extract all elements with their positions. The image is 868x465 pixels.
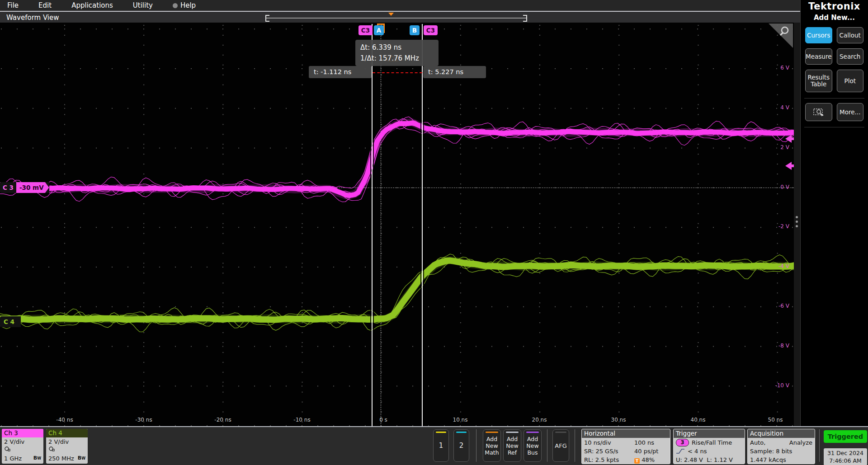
ch4-scale: 2 V/div xyxy=(48,438,85,446)
ch3-scale: 2 V/div xyxy=(4,438,41,446)
cursor-b-badge[interactable]: B xyxy=(410,25,420,35)
x-axis-label: 0 s xyxy=(379,417,387,423)
cursor-b-source-badge[interactable]: C3 xyxy=(424,25,438,35)
waveform-canvas xyxy=(0,23,794,426)
add-new-header: Add New... xyxy=(801,14,868,22)
ch3-badge-title: Ch 3 xyxy=(2,429,43,437)
inverse-delta-t-value: 1/Δt: 157.76 MHz xyxy=(360,53,434,64)
more-button[interactable]: More... xyxy=(837,103,864,121)
divider xyxy=(819,429,820,462)
ch4-badge[interactable]: Ch 4 2 V/div 250 MHz BW xyxy=(46,429,88,464)
menu-applications[interactable]: Applications xyxy=(71,1,113,9)
divider xyxy=(575,429,575,462)
search-button[interactable]: Search xyxy=(837,48,864,65)
probe-icon xyxy=(48,446,55,452)
y-axis-label: -4 V xyxy=(764,263,789,269)
trigger-lower-level-arrow-icon[interactable] xyxy=(785,162,792,170)
acquisition-sample: Sample: 8 bits xyxy=(750,447,812,456)
tab-waveform-view[interactable]: Waveform View xyxy=(6,14,59,22)
trigger-arrow-icon xyxy=(388,13,394,16)
drag-handle-icon xyxy=(796,216,798,227)
x-axis-label: -30 ns xyxy=(135,417,152,423)
ruler-left-bracket xyxy=(265,15,269,22)
trigger-upper-level-arrow-icon[interactable] xyxy=(785,135,792,143)
cursor-delta-link-line xyxy=(373,72,422,73)
menu-edit[interactable]: Edit xyxy=(38,1,52,9)
plot-button[interactable]: Plot xyxy=(837,70,864,92)
ch1-button[interactable]: 1 xyxy=(433,429,449,462)
brand-logo: Tektronix xyxy=(801,1,868,12)
trigger-panel[interactable]: Trigger 3 Rise/Fall Time < 4 ns U: 2.48 … xyxy=(673,429,745,464)
trigger-position-marker[interactable]: T xyxy=(387,13,395,16)
menu-file[interactable]: File xyxy=(7,1,19,9)
cursors-button[interactable]: Cursors xyxy=(805,27,832,43)
zoom-select-button[interactable] xyxy=(805,103,832,121)
bandwidth-limit-icon: BW xyxy=(78,454,85,463)
callout-button[interactable]: Callout xyxy=(837,27,864,43)
trigger-status-badge: Triggered xyxy=(824,430,867,443)
bandwidth-limit-icon: BW xyxy=(33,454,41,463)
y-axis-label: -2 V xyxy=(764,223,789,230)
measure-button[interactable]: Measure xyxy=(805,48,832,65)
time-value: 7:46:06 AM xyxy=(824,457,867,465)
ruler-line xyxy=(266,18,526,19)
y-axis-label: -8 V xyxy=(764,343,789,349)
ch3-badge[interactable]: Ch 3 2 V/div 1 GHz BW xyxy=(2,429,43,464)
cursor-a-source-badge[interactable]: C3 xyxy=(359,25,373,35)
x-axis-label: 40 ns xyxy=(691,417,706,423)
ch4-position-handle[interactable]: C 4 xyxy=(0,316,21,327)
ch2-button[interactable]: 2 xyxy=(453,429,469,462)
horizontal-panel[interactable]: Horizontal 10 ns/div 100 ns SR: 25 GS/s … xyxy=(581,429,670,464)
cursor-b-line[interactable] xyxy=(422,24,423,426)
sample-rate: SR: 25 GS/s xyxy=(584,447,634,456)
acquisition-panel[interactable]: Acquisition Auto, Analyze Sample: 8 bits… xyxy=(747,429,815,464)
add-new-math-button[interactable]: Add New Math xyxy=(483,429,501,462)
acquisition-count: 1.447 kAcqs xyxy=(750,456,812,464)
ch4-badge-title: Ch 4 xyxy=(46,429,88,437)
ruler-right-bracket xyxy=(523,15,527,22)
horizontal-scale: 10 ns/div xyxy=(584,438,634,447)
zoom-select-icon xyxy=(813,108,825,117)
trigger-source-badge: 3 xyxy=(676,439,689,446)
horizontal-pan-ruler[interactable]: T xyxy=(265,15,527,22)
x-axis-label: 20 ns xyxy=(532,417,547,423)
delta-t-value: Δt: 6.339 ns xyxy=(360,42,434,53)
help-status-icon xyxy=(173,3,178,8)
ch3-position-handle[interactable]: C 3 -30 mV xyxy=(0,182,49,193)
cursor-readout-box: Δt: 6.339 ns 1/Δt: 157.76 MHz xyxy=(355,40,439,66)
horizontal-title: Horizontal xyxy=(582,429,670,438)
probe-icon xyxy=(4,446,11,452)
y-axis-label: 6 V xyxy=(764,65,789,71)
cursor-a-badge[interactable]: A xyxy=(374,25,384,35)
horizontal-window: 100 ns xyxy=(634,438,668,447)
ch3-offset-value: -30 mV xyxy=(16,182,49,193)
settings-bar: Ch 3 2 V/div 1 GHz BW Ch 4 2 V/div xyxy=(0,426,868,465)
y-axis-label: -10 V xyxy=(764,382,789,389)
x-axis-label: 30 ns xyxy=(611,417,626,423)
date-value: 31 Dec 2024 xyxy=(824,449,867,457)
y-axis-label: -6 V xyxy=(764,303,789,309)
plot-resize-gutter[interactable] xyxy=(794,23,800,426)
afg-button[interactable]: AFG xyxy=(552,429,569,462)
cursor-a-time-box: t: -1.112 ns xyxy=(309,66,372,78)
sidebar: Tektronix Add New... Cursors Callout Mea… xyxy=(800,0,868,426)
date-time-display[interactable]: 31 Dec 2024 7:46:06 AM xyxy=(824,448,867,465)
y-axis-label: 2 V xyxy=(764,144,789,150)
acquisition-analyze: Analyze xyxy=(789,438,812,447)
x-axis-label: -10 ns xyxy=(293,417,310,423)
resolution: 40 ps/pt xyxy=(634,447,668,456)
oscilloscope-app: File Edit Applications Utility Help Wave… xyxy=(0,0,868,465)
trigger-levels: U: 2.48 V L: 1.12 V xyxy=(676,456,742,464)
add-new-ref-button[interactable]: Add New Ref xyxy=(503,429,521,462)
add-new-bus-button[interactable]: Add New Bus xyxy=(524,429,542,462)
y-axis-label: 0 V xyxy=(764,184,789,190)
menu-utility[interactable]: Utility xyxy=(133,1,153,9)
waveform-graticule[interactable]: C3 A B C3 Δt: 6.339 ns 1/Δt: 157.76 MHz … xyxy=(0,23,794,426)
results-table-button[interactable]: Results Table xyxy=(805,70,832,92)
sidebar-divider xyxy=(804,127,864,127)
cursor-a-line[interactable] xyxy=(372,24,373,426)
x-axis-label: -40 ns xyxy=(56,417,73,423)
menu-help[interactable]: Help xyxy=(173,1,196,9)
ch3-bandwidth: 1 GHz xyxy=(4,455,22,463)
x-axis-label: 50 ns xyxy=(768,417,783,423)
